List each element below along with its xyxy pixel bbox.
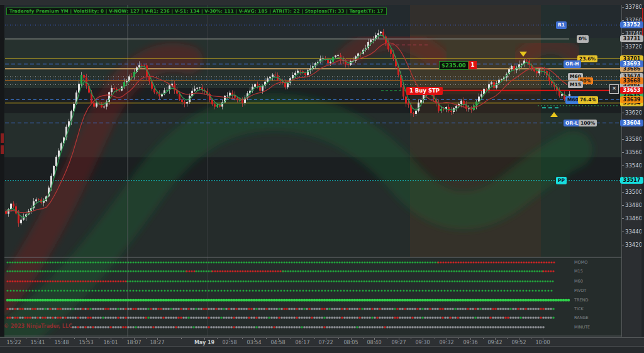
- time-tickmark-minor: [217, 338, 218, 339]
- time-tickmark: [423, 338, 423, 340]
- time-label-0458: 04:58: [270, 340, 285, 345]
- time-tickmark: [254, 338, 255, 340]
- price-tick-label: 33560: [625, 149, 642, 155]
- time-label-0930: 09:30: [415, 340, 430, 345]
- time-tickmark: [204, 338, 205, 340]
- time-tickmark: [326, 338, 326, 340]
- time-label-0932: 09:32: [439, 340, 453, 345]
- time-tickmark: [111, 338, 111, 340]
- time-label-0952: 09:52: [511, 340, 526, 345]
- time-label-1522: 15:22: [6, 340, 21, 345]
- time-label-0258: 02:58: [222, 340, 236, 345]
- level-label-76-4-: 76.4%: [578, 96, 598, 104]
- level-label-0-: 0%: [577, 35, 589, 43]
- time-tickmark: [157, 338, 158, 340]
- time-tickmark-minor: [338, 338, 339, 339]
- time-label-0936: 09:36: [463, 340, 477, 345]
- price-badge-33693: 33693: [620, 60, 643, 67]
- unrealized-pnl-chip[interactable]: $235.00: [439, 61, 469, 70]
- time-label-1601: 16:01: [103, 340, 118, 345]
- time-tickmark-minor: [26, 338, 26, 339]
- row-label-pivot: PIVOT: [574, 288, 586, 293]
- price-tick-label: 33720: [625, 43, 642, 50]
- price-badge-33668: 33668: [620, 77, 643, 84]
- time-label-0942: 09:42: [487, 340, 502, 345]
- clipped-candle: [1, 133, 4, 143]
- time-tickmark: [38, 338, 38, 340]
- clipped-candle: [1, 145, 4, 154]
- time-tickmark-minor: [387, 338, 387, 339]
- row-label-tick: TICK: [574, 306, 584, 311]
- time-tickmark-minor: [531, 338, 531, 339]
- time-label-0927: 09:27: [391, 340, 406, 345]
- ninjatrader-copyright: © 2023 NinjaTrader, LLC: [4, 323, 72, 329]
- row-label-range: RANGE: [574, 315, 589, 320]
- level-label-or-h: OR-H: [564, 60, 581, 68]
- price-tick-label: 33620: [625, 109, 642, 116]
- time-label-May19: May 19: [194, 340, 214, 345]
- time-label-0722: 07:22: [318, 340, 333, 345]
- buy-stop-order-badge[interactable]: 1 Buy STP: [406, 87, 443, 95]
- time-tickmark: [470, 338, 471, 340]
- row-label-m15: M15: [574, 269, 583, 274]
- level-label-pp: PP: [556, 177, 567, 184]
- price-badge-33752: 33752: [620, 21, 643, 28]
- row-label-minute: MINUTE: [574, 325, 590, 330]
- time-tickmark-minor: [483, 338, 484, 339]
- row-label-momo: MOMO: [574, 260, 587, 265]
- time-tickmark-minor: [181, 338, 182, 339]
- level-label-r1: R1: [556, 21, 567, 29]
- time-tickmark-minor: [242, 338, 243, 339]
- time-tickmark: [351, 338, 352, 340]
- time-tickmark: [447, 338, 447, 340]
- time-tickmark: [134, 338, 135, 340]
- time-tickmark-minor: [363, 338, 364, 339]
- time-label-1553: 15:53: [79, 340, 93, 345]
- row-label-trend: TREND: [574, 298, 588, 303]
- price-tick-label: 33580: [625, 136, 642, 142]
- price-badge-33653: 33653: [620, 87, 643, 94]
- time-tickmark: [519, 338, 519, 340]
- price-tick-label: 33440: [625, 228, 642, 235]
- vertical-scrollbar[interactable]: [641, 5, 644, 337]
- price-tick-label: 33780: [625, 4, 642, 10]
- time-tickmark-minor: [435, 338, 435, 339]
- price-tick-label: 33540: [625, 162, 642, 169]
- time-tickmark-minor: [99, 338, 99, 339]
- time-tickmark: [278, 338, 279, 340]
- time-tickmark: [230, 338, 230, 340]
- time-tickmark-minor: [50, 338, 50, 339]
- row-label-m60: M60: [574, 279, 583, 284]
- time-tickmark-minor: [291, 338, 291, 339]
- time-label-1000: 10:00: [535, 340, 550, 345]
- price-badge-33731: 33731: [620, 35, 643, 42]
- trading-chart-window: Traderefy Premium YM | Volatility: 0 | V…: [0, 0, 644, 353]
- price-badge-33604: 33604: [620, 120, 643, 126]
- cancel-order-button[interactable]: ✕: [609, 84, 619, 94]
- price-badge-33517: 33517: [620, 177, 643, 184]
- chart-canvas[interactable]: [0, 0, 644, 353]
- time-label-0805: 08:05: [343, 340, 358, 345]
- time-tickmark-minor: [411, 338, 411, 339]
- price-tick-label: 33480: [625, 202, 642, 208]
- time-tickmark-minor: [146, 338, 147, 339]
- time-label-1827: 18:27: [150, 340, 164, 345]
- time-label-0617: 06:17: [295, 340, 309, 345]
- bottom-scrollbar[interactable]: +: [0, 346, 644, 353]
- price-tick-label: 33500: [625, 189, 642, 195]
- time-tickmark: [14, 338, 14, 340]
- price-badge-33639: 33639: [620, 96, 643, 103]
- indicator-banner: Traderefy Premium YM | Volatility: 0 | V…: [6, 8, 387, 15]
- price-tick-label: 33420: [625, 242, 642, 248]
- time-tickmark-minor: [314, 338, 315, 339]
- time-tickmark: [495, 338, 496, 340]
- time-axis[interactable]: 15:2215:4115:4815:5316:0118:0718:27May 1…: [0, 337, 644, 347]
- time-label-0840: 08:40: [367, 340, 381, 345]
- time-tickmark-minor: [266, 338, 267, 339]
- time-tickmark-minor: [458, 338, 459, 339]
- time-tickmark-minor: [123, 338, 123, 339]
- order-quantity-chip[interactable]: 1: [469, 61, 477, 69]
- time-tickmark: [399, 338, 399, 340]
- time-tickmark: [86, 338, 87, 340]
- level-label-m15: M15: [568, 81, 583, 89]
